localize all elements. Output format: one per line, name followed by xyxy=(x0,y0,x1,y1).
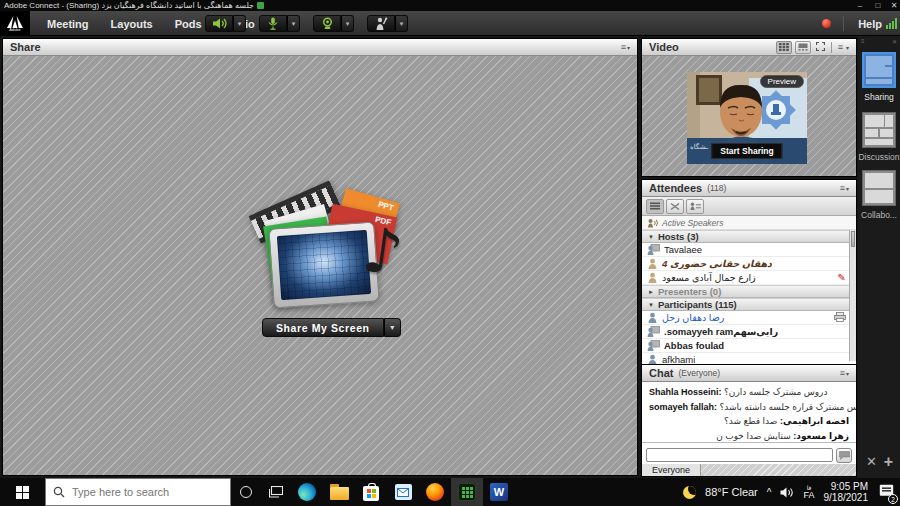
action-center-button[interactable]: 2 xyxy=(879,483,894,501)
presenters-expand-icon[interactable]: ► xyxy=(648,289,654,295)
add-layout-icon[interactable]: + xyxy=(884,453,893,471)
taskbar-edge[interactable] xyxy=(291,478,323,506)
attendees-pod-menu-icon[interactable]: ≡▾ xyxy=(840,184,849,193)
moon-weather-icon[interactable] xyxy=(683,486,696,499)
layout-sharing-label[interactable]: Sharing xyxy=(858,92,900,102)
firefox-icon xyxy=(426,483,444,501)
webcam-button[interactable]: ▾ xyxy=(313,15,354,32)
tray-overflow-chevron-icon[interactable]: ^ xyxy=(767,487,772,498)
search-input[interactable] xyxy=(72,486,202,498)
attendees-scrollbar[interactable] xyxy=(849,230,856,361)
taskbar-mail[interactable] xyxy=(387,478,419,506)
attendee-row-participant-2[interactable]: .somayyeh ramرایی‌سهم xyxy=(642,325,856,339)
active-speakers-row[interactable]: Active Speakers xyxy=(642,216,856,230)
share-my-screen-label[interactable]: Share My Screen xyxy=(262,318,384,337)
taskbar-file-explorer[interactable] xyxy=(323,478,355,506)
taskbar-adobe-connect[interactable] xyxy=(451,478,483,506)
printer-status-icon xyxy=(834,312,846,324)
chat-pod-menu-icon[interactable]: ≡▾ xyxy=(840,369,849,378)
raise-hand-icon[interactable] xyxy=(367,15,395,32)
presenters-section-label: Presenters (0) xyxy=(658,286,721,297)
status-caret-icon[interactable]: ▾ xyxy=(395,15,408,32)
host-icon xyxy=(647,340,660,351)
photo-background-text: ـشگاه xyxy=(690,143,708,151)
scrollbar-thumb[interactable] xyxy=(851,231,855,247)
close-button[interactable]: ✕ xyxy=(886,0,900,11)
menu-layouts[interactable]: Layouts xyxy=(100,18,164,30)
participants-expand-icon[interactable]: ▼ xyxy=(648,302,654,308)
tab-everyone[interactable]: Everyone xyxy=(642,464,701,476)
taskbar-firefox[interactable] xyxy=(419,478,451,506)
microphone-button[interactable]: ▾ xyxy=(259,15,300,32)
speaker-caret-icon[interactable]: ▾ xyxy=(233,15,246,32)
taskbar-search[interactable] xyxy=(45,478,231,506)
microphone-caret-icon[interactable]: ▾ xyxy=(287,15,300,32)
filmstrip-view-icon[interactable] xyxy=(795,41,811,54)
taskbar-clock[interactable]: 9:05 PM 9/18/2021 xyxy=(824,481,869,503)
hosts-expand-icon[interactable]: ▼ xyxy=(648,234,654,240)
speaker-button[interactable]: ▾ xyxy=(205,15,246,32)
share-my-screen-button[interactable]: Share My Screen ▾ xyxy=(262,318,401,337)
minimize-button[interactable]: – xyxy=(852,0,868,11)
task-view-button[interactable] xyxy=(261,478,291,506)
attendee-row-host-1[interactable]: Tavalaee xyxy=(642,243,856,257)
video-pod-menu-icon[interactable]: ≡ xyxy=(838,43,843,52)
chat-text: دروس مشترک جلسه دارن؟ xyxy=(724,387,827,397)
chat-pod-title: Chat xyxy=(649,367,673,379)
participants-section-header[interactable]: ▼ Participants (115) xyxy=(642,298,856,311)
breakout-view-icon[interactable] xyxy=(666,199,684,214)
layout-bar-menu-icon[interactable]: ≡ xyxy=(861,38,865,44)
attendee-row-host-2[interactable]: دهقان حقانی حضوری 4 xyxy=(642,257,856,271)
layout-discussion-label[interactable]: Discussion xyxy=(858,152,900,162)
attendee-row-participant-3[interactable]: Abbas foulad xyxy=(642,339,856,353)
speaker-icon[interactable] xyxy=(205,15,233,32)
hosts-section-header[interactable]: ▼ Hosts (3) xyxy=(642,230,856,243)
microphone-icon[interactable] xyxy=(259,15,287,32)
chat-tab-strip: Everyone xyxy=(642,464,856,476)
language-indicator[interactable]: فا FA xyxy=(803,485,814,499)
attendee-name: رضا دهقان زحل xyxy=(662,312,724,323)
send-message-button[interactable] xyxy=(836,448,852,463)
layout-discussion-thumbnail[interactable] xyxy=(862,112,896,148)
start-button[interactable] xyxy=(0,478,45,506)
volume-icon[interactable] xyxy=(780,487,794,498)
menu-bar: Adobe Meeting Layouts Pods Audio ▾ xyxy=(0,11,900,36)
weather-text[interactable]: 88°F Clear xyxy=(705,486,758,498)
attendees-pod: Attendees (118) ≡▾ xyxy=(641,179,857,362)
webcam-caret-icon[interactable]: ▾ xyxy=(341,15,354,32)
maximize-button[interactable]: □ xyxy=(870,0,886,11)
layout-collaboration-label[interactable]: Collabo... xyxy=(858,210,900,220)
chat-message: زهرا مسعود: ستایش صدا خوب ن xyxy=(649,431,849,441)
share-pod-menu-icon[interactable]: ≡▾ xyxy=(621,43,630,52)
grid-view-icon[interactable] xyxy=(776,41,792,54)
attendee-row-host-3[interactable]: زارع جمال آبادی مسعود ✎ xyxy=(642,271,856,285)
layout-collaboration-thumbnail[interactable] xyxy=(862,170,896,206)
presenters-section-header[interactable]: ► Presenters (0) xyxy=(642,285,856,298)
attendee-status-view-icon[interactable] xyxy=(686,199,704,214)
chat-input[interactable] xyxy=(646,448,833,462)
status-options-button[interactable]: ▾ xyxy=(367,15,408,32)
chat-sender: Shahla Hosseini: xyxy=(649,387,722,397)
fullscreen-corners-icon[interactable] xyxy=(816,41,825,53)
adobe-connect-icon xyxy=(458,483,476,501)
attendee-list-view-icon[interactable] xyxy=(646,199,664,214)
language-code-label: FA xyxy=(803,492,814,499)
start-sharing-button[interactable]: Start Sharing xyxy=(711,143,782,159)
menu-meeting[interactable]: Meeting xyxy=(36,18,100,30)
layout-bar-close-icon[interactable]: ✕ xyxy=(892,38,897,45)
video-pod-header: Video xyxy=(642,39,856,56)
share-options-caret-icon[interactable]: ▾ xyxy=(384,318,401,337)
attendee-row-participant-1[interactable]: رضا دهقان زحل xyxy=(642,311,856,325)
cortana-button[interactable] xyxy=(231,478,261,506)
layout-sharing-thumbnail[interactable] xyxy=(862,52,896,88)
participants-section-label: Participants (115) xyxy=(658,299,737,310)
webcam-icon[interactable] xyxy=(313,15,341,32)
layout-x-icon[interactable]: ✕ xyxy=(866,454,877,469)
video-pod-menu-caret[interactable]: ▾ xyxy=(846,44,849,51)
attendee-name: Tavalaee xyxy=(664,244,702,255)
chat-pod-header: Chat (Everyone) ≡▾ xyxy=(642,365,856,382)
connection-signal-icon[interactable] xyxy=(886,18,897,29)
taskbar-word[interactable]: W xyxy=(483,478,515,506)
taskbar-store[interactable] xyxy=(355,478,387,506)
help-menu[interactable]: Help xyxy=(858,11,882,36)
